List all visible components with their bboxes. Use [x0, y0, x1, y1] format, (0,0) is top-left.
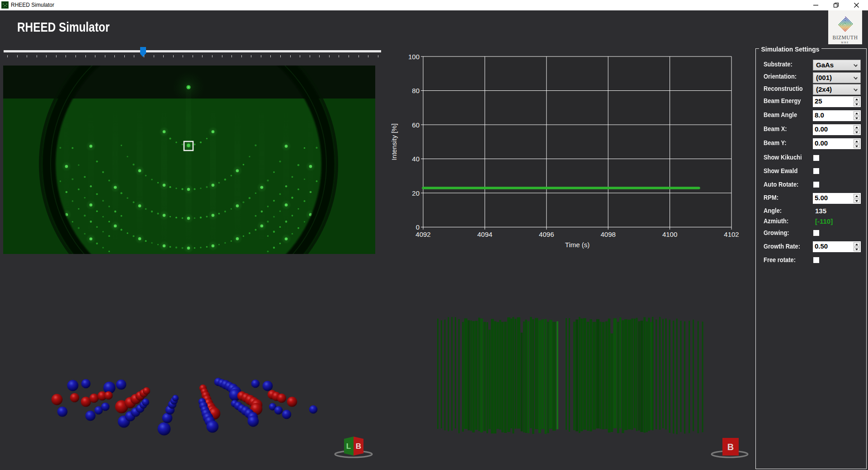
svg-text:60: 60	[412, 121, 420, 129]
svg-text:0: 0	[416, 223, 420, 231]
svg-text:4096: 4096	[539, 230, 554, 238]
svg-text:Intensity [%]: Intensity [%]	[390, 123, 398, 160]
svg-text:4092: 4092	[415, 230, 430, 238]
svg-text:L: L	[346, 442, 351, 451]
svg-text:4098: 4098	[601, 230, 616, 238]
svg-text:80: 80	[412, 87, 420, 94]
svg-text:4094: 4094	[477, 230, 492, 238]
svg-text:Time (s): Time (s)	[565, 241, 590, 249]
svg-text:BIZMUTH: BIZMUTH	[833, 35, 858, 40]
svg-text:100: 100	[408, 53, 420, 61]
svg-text:B: B	[356, 442, 361, 451]
svg-text:4100: 4100	[662, 230, 677, 238]
svg-text:20: 20	[412, 189, 420, 197]
svg-text:4102: 4102	[724, 230, 739, 238]
svg-text:40: 40	[412, 155, 420, 163]
svg-text:MBE: MBE	[841, 41, 849, 44]
svg-text:B: B	[727, 442, 734, 452]
